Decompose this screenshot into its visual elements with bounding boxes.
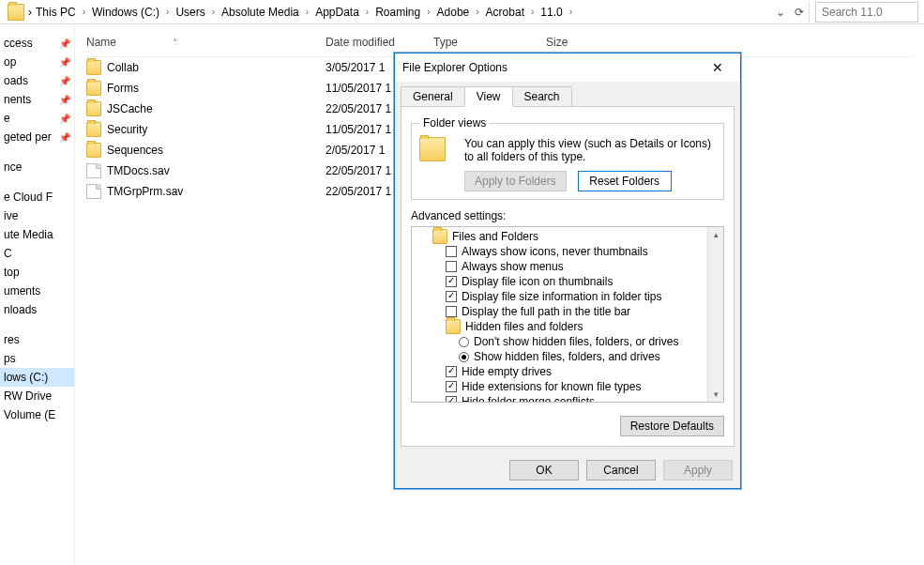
nav-item[interactable]: nce bbox=[0, 158, 74, 176]
scroll-up-icon[interactable]: ▴ bbox=[714, 230, 719, 239]
tree-item[interactable]: Hidden files and folders bbox=[412, 319, 723, 334]
refresh-icon[interactable]: ⟳ bbox=[790, 6, 809, 19]
dropdown-icon[interactable]: ⌄ bbox=[771, 6, 790, 19]
nav-item[interactable]: e📌 bbox=[0, 109, 74, 128]
breadcrumb-item[interactable]: Users bbox=[172, 4, 208, 21]
radio[interactable] bbox=[459, 337, 469, 347]
tree-item[interactable]: Hide folder merge conflicts bbox=[412, 394, 723, 403]
close-icon[interactable]: ✕ bbox=[703, 58, 733, 77]
tree-item-label: Display file size information in folder … bbox=[462, 290, 661, 303]
nav-item[interactable]: Volume (E bbox=[0, 405, 74, 424]
folder-views-legend: Folder views bbox=[419, 116, 490, 130]
breadcrumb-item[interactable]: 11.0 bbox=[537, 4, 566, 21]
tab-search[interactable]: Search bbox=[513, 86, 572, 107]
breadcrumb: This PC›Windows (C:)›Users›Absolute Medi… bbox=[32, 4, 771, 21]
nav-item[interactable]: lows (C:) bbox=[0, 368, 74, 387]
chevron-right-icon[interactable]: › bbox=[80, 7, 88, 17]
tree-root[interactable]: Files and Folders bbox=[412, 229, 723, 244]
breadcrumb-item[interactable]: This PC bbox=[32, 4, 80, 21]
column-date[interactable]: Date modified bbox=[326, 36, 433, 49]
reset-folders-button[interactable]: Reset Folders bbox=[578, 171, 672, 191]
scroll-down-icon[interactable]: ▾ bbox=[714, 389, 719, 399]
column-type[interactable]: Type bbox=[433, 36, 546, 49]
tree-item-label: Always show menus bbox=[462, 260, 564, 273]
nav-item[interactable]: ute Media bbox=[0, 225, 74, 244]
pin-icon: 📌 bbox=[59, 95, 70, 105]
file-name: JSCache bbox=[107, 102, 326, 115]
checkbox[interactable] bbox=[446, 276, 457, 287]
location-folder-icon bbox=[8, 4, 24, 21]
nav-item[interactable]: nloads bbox=[0, 300, 74, 319]
tab-general[interactable]: General bbox=[401, 86, 464, 107]
pin-icon: 📌 bbox=[59, 38, 70, 49]
nav-item[interactable]: res bbox=[0, 330, 74, 349]
nav-item[interactable]: ps bbox=[0, 349, 74, 368]
ok-button[interactable]: OK bbox=[509, 460, 579, 481]
checkbox[interactable] bbox=[446, 381, 457, 392]
breadcrumb-item[interactable]: AppData bbox=[311, 4, 363, 21]
tree-item-label: Hide empty drives bbox=[462, 365, 552, 378]
chevron-right-icon[interactable]: › bbox=[473, 7, 481, 17]
nav-item bbox=[0, 176, 74, 188]
advanced-settings-label: Advanced settings: bbox=[411, 209, 724, 222]
tree-item[interactable]: Hide empty drives bbox=[412, 364, 723, 379]
tree-item-label: Hide folder merge conflicts bbox=[462, 395, 595, 403]
chevron-right-icon[interactable]: › bbox=[163, 7, 172, 17]
nav-item[interactable]: op📌 bbox=[0, 53, 74, 71]
breadcrumb-item[interactable]: Acrobat bbox=[482, 4, 528, 21]
advanced-settings-tree[interactable]: Files and FoldersAlways show icons, neve… bbox=[411, 226, 724, 403]
tree-item[interactable]: Display the full path in the title bar bbox=[412, 304, 723, 319]
checkbox[interactable] bbox=[446, 261, 457, 272]
pin-icon: 📌 bbox=[59, 57, 70, 68]
tree-item[interactable]: Display file size information in folder … bbox=[412, 289, 723, 304]
cancel-button[interactable]: Cancel bbox=[586, 460, 656, 481]
tree-item[interactable]: Always show menus bbox=[412, 259, 723, 274]
nav-item[interactable]: C bbox=[0, 244, 74, 263]
chevron-right-icon[interactable]: › bbox=[528, 7, 537, 17]
nav-item[interactable]: nents📌 bbox=[0, 90, 74, 109]
breadcrumb-item[interactable]: Roaming bbox=[371, 4, 424, 21]
nav-item[interactable]: uments bbox=[0, 282, 74, 300]
scrollbar[interactable]: ▴▾ bbox=[707, 227, 723, 402]
nav-item[interactable]: ive bbox=[0, 206, 74, 225]
checkbox[interactable] bbox=[446, 396, 457, 403]
nav-item[interactable]: oads📌 bbox=[0, 71, 74, 90]
tree-item[interactable]: Don't show hidden files, folders, or dri… bbox=[412, 334, 723, 349]
checkbox[interactable] bbox=[446, 246, 457, 257]
nav-item[interactable]: e Cloud F bbox=[0, 188, 74, 206]
nav-item[interactable]: RW Drive bbox=[0, 387, 74, 405]
folder-icon bbox=[86, 101, 101, 116]
search-input[interactable] bbox=[815, 2, 918, 23]
checkbox[interactable] bbox=[446, 291, 457, 302]
breadcrumb-item[interactable]: Adobe bbox=[433, 4, 474, 21]
tree-item-label: Show hidden files, folders, and drives bbox=[474, 350, 660, 363]
pin-icon: 📌 bbox=[59, 114, 70, 124]
folder-views-desc: You can apply this view (such as Details… bbox=[464, 137, 716, 163]
chevron-right-icon[interactable]: › bbox=[567, 7, 575, 17]
column-name[interactable]: Name˄ bbox=[86, 36, 326, 49]
checkbox[interactable] bbox=[446, 366, 457, 377]
tree-item-label: Always show icons, never thumbnails bbox=[462, 245, 648, 258]
radio[interactable] bbox=[459, 352, 469, 362]
tree-item[interactable]: Always show icons, never thumbnails bbox=[412, 244, 723, 259]
tree-item[interactable]: Show hidden files, folders, and drives bbox=[412, 349, 723, 364]
tree-item[interactable]: Hide extensions for known file types bbox=[412, 379, 723, 394]
nav-item[interactable]: geted per📌 bbox=[0, 128, 74, 146]
breadcrumb-item[interactable]: Absolute Media bbox=[218, 4, 303, 21]
chevron-right-icon[interactable]: › bbox=[424, 7, 432, 17]
column-size[interactable]: Size bbox=[546, 36, 621, 49]
folder-icon bbox=[86, 143, 101, 158]
folder-icon bbox=[446, 319, 461, 334]
tree-item[interactable]: Display file icon on thumbnails bbox=[412, 274, 723, 289]
chevron-right-icon[interactable]: › bbox=[363, 7, 371, 17]
breadcrumb-item[interactable]: Windows (C:) bbox=[88, 4, 163, 21]
nav-item[interactable]: top bbox=[0, 263, 74, 282]
tree-item-label: Don't show hidden files, folders, or dri… bbox=[474, 335, 678, 348]
chevron-right-icon[interactable]: › bbox=[209, 7, 218, 17]
folder-icon bbox=[86, 122, 101, 137]
chevron-right-icon[interactable]: › bbox=[303, 7, 311, 17]
nav-item[interactable]: ccess📌 bbox=[0, 34, 74, 53]
checkbox[interactable] bbox=[446, 306, 457, 317]
restore-defaults-button[interactable]: Restore Defaults bbox=[620, 416, 724, 436]
tab-view[interactable]: View bbox=[464, 86, 513, 107]
